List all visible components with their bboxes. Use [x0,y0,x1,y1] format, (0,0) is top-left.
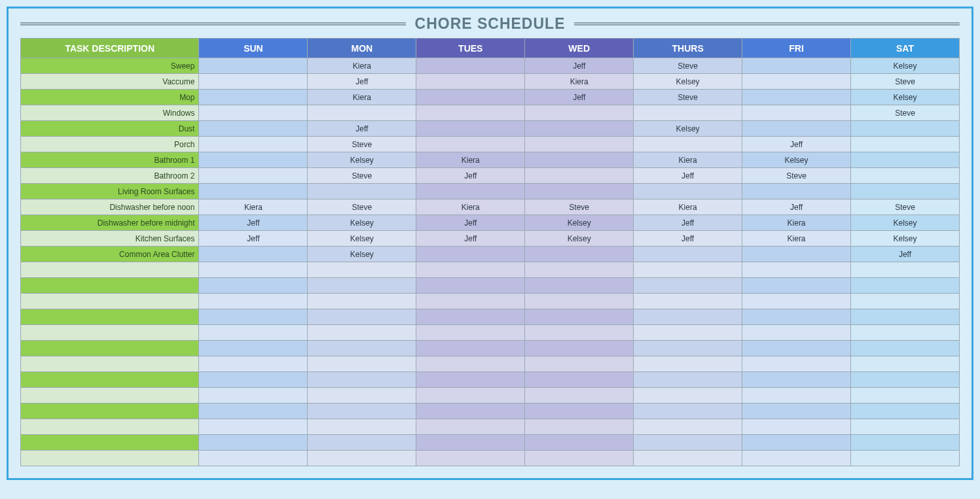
day-cell[interactable]: Kelsey [308,152,416,168]
day-cell[interactable]: Jeff [851,247,960,262]
day-cell[interactable] [851,435,960,451]
task-cell[interactable] [21,356,199,372]
day-cell[interactable] [199,262,308,278]
day-cell[interactable] [308,435,416,451]
day-cell[interactable]: Jeff [199,215,308,231]
day-cell[interactable] [199,247,308,262]
task-cell[interactable]: Living Room Surfaces [21,184,199,199]
day-cell[interactable] [416,356,525,372]
day-cell[interactable] [851,388,960,404]
day-cell[interactable]: Jeff [416,231,525,247]
day-cell[interactable] [416,388,525,404]
day-cell[interactable] [525,388,634,404]
day-cell[interactable] [525,137,634,152]
day-cell[interactable] [199,372,308,388]
day-cell[interactable] [851,404,960,419]
day-cell[interactable] [416,435,525,451]
day-cell[interactable] [525,262,634,278]
day-cell[interactable] [416,90,525,105]
day-cell[interactable] [634,356,742,372]
day-cell[interactable]: Jeff [308,121,416,137]
day-cell[interactable] [308,372,416,388]
day-cell[interactable]: Steve [851,199,960,215]
day-cell[interactable]: Kelsey [851,90,960,105]
day-cell[interactable] [199,435,308,451]
day-cell[interactable]: Jeff [525,58,634,74]
day-cell[interactable] [199,74,308,90]
day-cell[interactable] [416,404,525,419]
task-cell[interactable] [21,388,199,404]
day-cell[interactable] [525,105,634,121]
day-cell[interactable] [199,341,308,356]
day-cell[interactable] [851,184,960,199]
task-cell[interactable]: Dust [21,121,199,137]
day-cell[interactable]: Jeff [634,168,742,184]
day-cell[interactable] [851,121,960,137]
day-cell[interactable]: Kiera [634,199,742,215]
day-cell[interactable]: Steve [634,90,742,105]
day-cell[interactable] [199,137,308,152]
task-cell[interactable] [21,341,199,356]
day-cell[interactable] [525,356,634,372]
day-cell[interactable] [525,152,634,168]
day-cell[interactable]: Kelsey [308,231,416,247]
day-cell[interactable] [634,262,742,278]
day-cell[interactable] [308,404,416,419]
day-cell[interactable] [308,294,416,309]
day-cell[interactable] [416,105,525,121]
day-cell[interactable]: Steve [742,168,851,184]
day-cell[interactable] [416,74,525,90]
day-cell[interactable] [416,451,525,466]
day-cell[interactable]: Kelsey [851,58,960,74]
day-cell[interactable] [525,294,634,309]
day-cell[interactable] [308,341,416,356]
day-cell[interactable] [742,294,851,309]
day-cell[interactable] [634,294,742,309]
day-cell[interactable] [742,372,851,388]
day-cell[interactable] [525,325,634,341]
task-cell[interactable] [21,372,199,388]
day-cell[interactable] [634,341,742,356]
day-cell[interactable] [742,435,851,451]
day-cell[interactable] [634,419,742,435]
day-cell[interactable]: Steve [525,199,634,215]
day-cell[interactable] [742,419,851,435]
day-cell[interactable]: Kelsey [525,215,634,231]
day-cell[interactable] [308,278,416,294]
day-cell[interactable] [416,419,525,435]
day-cell[interactable] [199,278,308,294]
task-cell[interactable] [21,419,199,435]
day-cell[interactable] [851,278,960,294]
day-cell[interactable] [416,121,525,137]
day-cell[interactable]: Kiera [416,199,525,215]
day-cell[interactable]: Jeff [416,215,525,231]
day-cell[interactable]: Kelsey [634,74,742,90]
day-cell[interactable] [525,372,634,388]
day-cell[interactable] [416,247,525,262]
task-cell[interactable] [21,325,199,341]
day-cell[interactable] [199,184,308,199]
day-cell[interactable] [199,309,308,325]
day-cell[interactable] [308,184,416,199]
day-cell[interactable] [525,435,634,451]
day-cell[interactable] [634,309,742,325]
day-cell[interactable] [634,435,742,451]
day-cell[interactable] [199,152,308,168]
day-cell[interactable] [634,325,742,341]
task-cell[interactable]: Dishwasher before noon [21,199,199,215]
day-cell[interactable] [634,278,742,294]
day-cell[interactable] [634,404,742,419]
day-cell[interactable] [308,325,416,341]
day-cell[interactable] [308,356,416,372]
day-cell[interactable] [851,309,960,325]
day-cell[interactable] [308,419,416,435]
day-cell[interactable] [525,404,634,419]
day-cell[interactable] [416,341,525,356]
day-cell[interactable] [742,309,851,325]
day-cell[interactable] [634,137,742,152]
day-cell[interactable]: Kiera [634,152,742,168]
day-cell[interactable] [634,372,742,388]
day-cell[interactable] [742,58,851,74]
day-cell[interactable] [851,341,960,356]
day-cell[interactable] [742,325,851,341]
